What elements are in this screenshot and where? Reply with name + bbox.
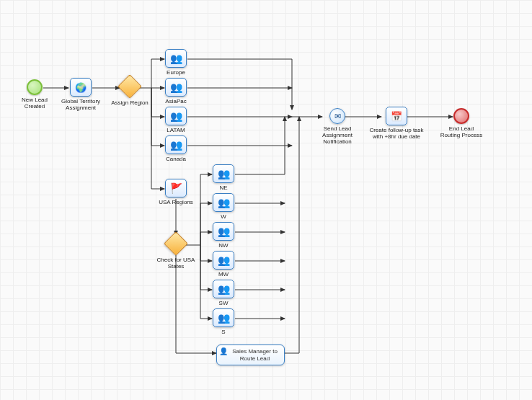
sw-label: SW: [219, 300, 229, 306]
gateway-assign-region[interactable]: Assign Region: [108, 78, 151, 106]
gateway-check-usa[interactable]: Check for USA States: [154, 235, 198, 270]
end-event-label: End Lead Routing Process: [440, 125, 483, 138]
followup-label: Create follow-up task with +8hr due date: [368, 127, 425, 140]
subprocess-sales-manager[interactable]: Sales Manager to Route Lead: [216, 345, 285, 365]
sales-manager-label: Sales Manager to Route Lead: [232, 348, 278, 362]
asiapac-label: AsiaPac: [165, 98, 186, 105]
people-icon: [213, 164, 234, 183]
start-event-icon: [27, 79, 43, 95]
people-icon: [213, 280, 234, 298]
ne-label: NE: [219, 185, 227, 191]
task-w[interactable]: W: [202, 193, 245, 220]
diamond-icon: [164, 231, 188, 256]
envelope-icon: ✉: [329, 108, 345, 124]
task-ne[interactable]: NE: [202, 164, 245, 191]
event-send-notification[interactable]: ✉ Send Lead Assignment Notification: [309, 108, 366, 146]
task-nw[interactable]: NW: [202, 222, 245, 249]
task-mw[interactable]: MW: [202, 251, 245, 277]
flow-connectors: [0, 0, 532, 400]
s-label: S: [221, 329, 225, 335]
task-followup[interactable]: Create follow-up task with +8hr due date: [368, 107, 425, 140]
global-territory-label: Global Territory Assignment: [59, 98, 102, 111]
people-icon: [213, 308, 234, 327]
latam-label: LATAM: [167, 127, 185, 133]
europe-label: Europe: [167, 69, 185, 76]
task-latam[interactable]: LATAM: [154, 107, 198, 133]
end-event[interactable]: End Lead Routing Process: [440, 108, 483, 138]
send-notification-label: Send Lead Assignment Notification: [309, 125, 366, 146]
flag-icon: [165, 179, 187, 197]
people-icon: [165, 107, 187, 125]
people-icon: [165, 49, 187, 68]
people-icon: [165, 135, 187, 154]
task-sw[interactable]: SW: [202, 280, 245, 306]
assign-region-label: Assign Region: [111, 99, 148, 106]
people-icon: [213, 193, 234, 212]
check-usa-label: Check for USA States: [154, 257, 198, 270]
people-icon: [213, 251, 234, 270]
task-asiapac[interactable]: AsiaPac: [154, 78, 198, 105]
end-event-icon: [453, 108, 469, 124]
task-canada[interactable]: Canada: [154, 135, 198, 162]
globe-icon: [70, 78, 92, 97]
start-event[interactable]: New Lead Created: [13, 79, 56, 110]
task-global-territory[interactable]: Global Territory Assignment: [59, 78, 102, 111]
w-label: W: [221, 213, 226, 220]
task-usa-regions[interactable]: USA Regions: [154, 179, 198, 205]
people-icon: [213, 222, 234, 241]
mw-label: MW: [218, 271, 229, 277]
canada-label: Canada: [166, 156, 186, 162]
usa-regions-label: USA Regions: [159, 199, 193, 205]
start-event-label: New Lead Created: [13, 97, 56, 110]
task-europe[interactable]: Europe: [154, 49, 198, 76]
diamond-icon: [118, 74, 142, 99]
people-icon: [165, 78, 187, 97]
task-s[interactable]: S: [202, 308, 245, 335]
calendar-icon: [386, 107, 407, 125]
nw-label: NW: [218, 242, 228, 249]
